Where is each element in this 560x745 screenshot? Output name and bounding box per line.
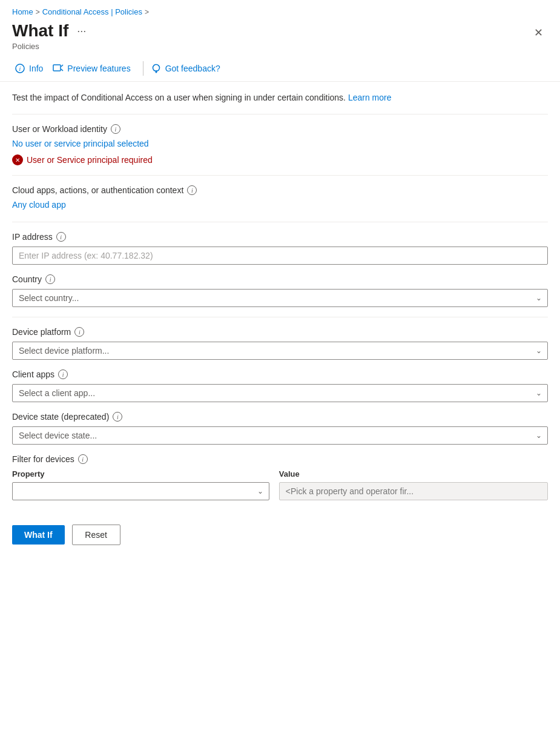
client-apps-label: Client apps i	[12, 369, 548, 379]
page-title: What If ···	[12, 21, 90, 41]
filter-table-header: Property Value	[12, 469, 548, 478]
error-icon	[12, 154, 23, 165]
preview-features-label: Preview features	[67, 64, 130, 73]
svg-text:i: i	[19, 65, 21, 72]
country-label-text: Country	[12, 274, 42, 284]
svg-point-5	[153, 65, 159, 71]
user-identity-error-row: User or Service principal required	[12, 154, 548, 165]
error-text: User or Service principal required	[27, 155, 153, 165]
preview-icon	[53, 63, 64, 74]
feedback-icon	[151, 63, 162, 74]
client-apps-section: Client apps i Select a client app... Bro…	[12, 369, 548, 402]
what-if-button[interactable]: What If	[12, 525, 65, 545]
user-identity-label: User or Workload identity i	[12, 124, 548, 134]
country-section: Country i Select country... United State…	[12, 274, 548, 307]
breadcrumb-sep2: >	[145, 8, 149, 16]
client-apps-label-text: Client apps	[12, 369, 54, 379]
info-toolbar-button[interactable]: i Info	[12, 61, 50, 76]
country-info-icon[interactable]: i	[45, 274, 55, 284]
preview-features-button[interactable]: Preview features	[50, 61, 137, 76]
client-apps-info-icon[interactable]: i	[58, 369, 68, 379]
property-header-text: Property	[12, 469, 44, 478]
content-area: Test the impact of Conditional Access on…	[0, 82, 560, 510]
device-state-select[interactable]: Select device state... Device Hybrid Azu…	[12, 426, 548, 445]
filter-property-dropdown-wrapper: extensionAttribute1 deviceOwnership oper…	[12, 482, 269, 500]
client-apps-select-wrapper: Select a client app... Browser Mobile ap…	[12, 384, 548, 402]
value-header-text: Value	[279, 469, 300, 478]
description-static: Test the impact of Conditional Access on…	[12, 93, 346, 102]
filter-devices-label-text: Filter for devices	[12, 454, 74, 464]
device-platform-label: Device platform i	[12, 327, 548, 337]
svg-line-3	[61, 65, 63, 67]
cloud-apps-info-icon[interactable]: i	[187, 185, 197, 195]
country-select[interactable]: Select country... United States United K…	[12, 289, 548, 307]
cloud-apps-label: Cloud apps, actions, or authentication c…	[12, 185, 548, 195]
page-container: Home > Conditional Access | Policies > W…	[0, 0, 560, 745]
filter-col-property-header: Property	[12, 469, 269, 478]
filter-col-value-header: Value	[279, 469, 548, 478]
device-platform-info-icon[interactable]: i	[74, 327, 84, 337]
cloud-apps-link[interactable]: Any cloud app	[12, 200, 66, 210]
user-identity-link[interactable]: No user or service principal selected	[12, 139, 149, 148]
filter-value-field	[279, 482, 548, 500]
info-toolbar-label: Info	[29, 64, 43, 73]
filter-property-select-wrapper: extensionAttribute1 deviceOwnership oper…	[12, 482, 269, 500]
user-identity-info-icon[interactable]: i	[111, 124, 120, 134]
feedback-button[interactable]: Got feedback?	[148, 61, 228, 76]
divider-2	[12, 175, 548, 176]
svg-rect-2	[53, 65, 61, 71]
device-state-label-text: Device state (deprecated)	[12, 412, 109, 422]
reset-button[interactable]: Reset	[72, 525, 120, 545]
client-apps-select[interactable]: Select a client app... Browser Mobile ap…	[12, 384, 548, 402]
toolbar: i Info Preview features	[0, 56, 560, 82]
breadcrumb-home[interactable]: Home	[12, 7, 33, 16]
device-platform-label-text: Device platform	[12, 327, 71, 337]
header-area: What If ··· Policies ✕	[0, 19, 560, 56]
device-state-info-icon[interactable]: i	[113, 412, 122, 422]
description-text: Test the impact of Conditional Access on…	[12, 91, 548, 104]
close-button[interactable]: ✕	[529, 24, 548, 42]
header-left: What If ··· Policies	[12, 21, 90, 51]
device-platform-select-wrapper: Select device platform... Android iOS Wi…	[12, 342, 548, 360]
page-title-text: What If	[12, 21, 68, 41]
cloud-apps-label-text: Cloud apps, actions, or authentication c…	[12, 185, 183, 195]
device-state-section: Device state (deprecated) i Select devic…	[12, 412, 548, 445]
filter-devices-info-icon[interactable]: i	[78, 454, 88, 464]
filter-table: Property Value extensionAttribute1 devic…	[12, 469, 548, 500]
divider-1	[12, 114, 548, 114]
device-platform-section: Device platform i Select device platform…	[12, 327, 548, 360]
filter-devices-label: Filter for devices i	[12, 454, 548, 464]
filter-property-select[interactable]: extensionAttribute1 deviceOwnership oper…	[12, 482, 269, 500]
cloud-apps-section: Cloud apps, actions, or authentication c…	[12, 185, 548, 212]
divider-3	[12, 222, 548, 222]
ip-address-label-text: IP address	[12, 232, 53, 242]
ip-address-input[interactable]	[12, 247, 548, 265]
bottom-bar: What If Reset	[0, 515, 560, 555]
ip-address-info-icon[interactable]: i	[56, 232, 66, 242]
device-platform-select[interactable]: Select device platform... Android iOS Wi…	[12, 342, 548, 360]
filter-devices-section: Filter for devices i Property Value	[12, 454, 548, 500]
breadcrumb: Home > Conditional Access | Policies >	[0, 0, 560, 19]
svg-point-6	[155, 71, 157, 73]
filter-value-input	[279, 482, 548, 500]
ellipsis-button[interactable]: ···	[73, 24, 90, 39]
country-label: Country i	[12, 274, 548, 284]
user-identity-section: User or Workload identity i No user or s…	[12, 124, 548, 165]
info-icon: i	[15, 63, 25, 74]
page-subtitle: Policies	[12, 42, 90, 51]
device-state-label: Device state (deprecated) i	[12, 412, 548, 422]
ip-address-label: IP address i	[12, 232, 548, 242]
divider-4	[12, 317, 548, 317]
breadcrumb-conditional-access[interactable]: Conditional Access | Policies	[42, 7, 142, 16]
svg-line-4	[61, 69, 63, 71]
breadcrumb-sep1: >	[36, 8, 40, 16]
ip-address-section: IP address i	[12, 232, 548, 265]
filter-table-row: extensionAttribute1 deviceOwnership oper…	[12, 482, 548, 500]
user-identity-label-text: User or Workload identity	[12, 124, 107, 134]
country-select-wrapper: Select country... United States United K…	[12, 289, 548, 307]
learn-more-link[interactable]: Learn more	[348, 93, 392, 102]
toolbar-divider	[143, 61, 143, 76]
feedback-label: Got feedback?	[165, 64, 220, 73]
device-state-select-wrapper: Select device state... Device Hybrid Azu…	[12, 426, 548, 445]
